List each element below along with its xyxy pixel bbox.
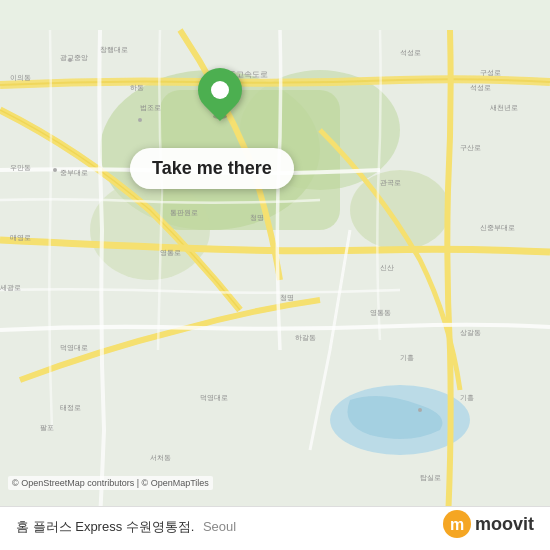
svg-text:태정로: 태정로 [60, 404, 81, 411]
svg-text:구산로: 구산로 [460, 144, 481, 151]
svg-text:신산: 신산 [380, 264, 394, 271]
moovit-logo: m moovit [443, 510, 534, 538]
svg-text:매영로: 매영로 [10, 234, 31, 241]
place-name: 홈 플러스 Express 수원영통점. [16, 519, 194, 534]
svg-text:구성로: 구성로 [480, 69, 501, 76]
svg-text:광교중앙: 광교중앙 [60, 54, 88, 62]
svg-point-43 [418, 408, 422, 412]
svg-text:석성로: 석성로 [470, 84, 491, 92]
svg-text:새천년로: 새천년로 [490, 104, 518, 111]
take-me-there-button[interactable]: Take me there [152, 158, 272, 178]
svg-text:신중부대로: 신중부대로 [480, 224, 515, 231]
svg-text:상갈동: 상갈동 [460, 329, 481, 336]
svg-text:이의동: 이의동 [10, 74, 31, 81]
map-attribution: © OpenStreetMap contributors | © OpenMap… [8, 476, 213, 490]
moovit-icon: m [443, 510, 471, 538]
callout-container[interactable]: Take me there [130, 148, 294, 189]
svg-text:서처동: 서처동 [150, 454, 171, 461]
svg-text:통판원로: 통판원로 [170, 209, 198, 217]
svg-text:창행대로: 창행대로 [100, 46, 128, 53]
map-container: 영동고속도로 중부대로 영통로 청명 하갈동 덕영대로 매영로 통판원로 관곡로… [0, 0, 550, 550]
svg-text:영통동: 영통동 [370, 309, 391, 317]
map-pin [198, 68, 242, 119]
svg-text:청명: 청명 [250, 214, 264, 221]
svg-text:하갈동: 하갈동 [295, 334, 316, 341]
svg-text:청명: 청명 [280, 294, 294, 301]
svg-text:덕영대로: 덕영대로 [60, 344, 88, 352]
callout-bubble[interactable]: Take me there [130, 148, 294, 189]
svg-text:관곡로: 관곡로 [380, 179, 401, 187]
svg-text:석성로: 석성로 [400, 49, 421, 57]
svg-text:법조로: 법조로 [140, 104, 161, 112]
bottom-bar: 홈 플러스 Express 수원영통점. Seoul m moovit [0, 506, 550, 550]
svg-text:세광로: 세광로 [0, 284, 21, 292]
svg-text:m: m [450, 516, 464, 533]
map-background: 영동고속도로 중부대로 영통로 청명 하갈동 덕영대로 매영로 통판원로 관곡로… [0, 0, 550, 550]
svg-text:탑실로: 탑실로 [420, 474, 441, 482]
svg-text:영통로: 영통로 [160, 249, 181, 257]
place-city: Seoul [203, 519, 236, 534]
svg-point-42 [53, 168, 57, 172]
moovit-logo-text: moovit [475, 514, 534, 535]
svg-text:중부대로: 중부대로 [60, 169, 88, 176]
svg-text:하동: 하동 [130, 84, 144, 91]
svg-text:덕영대로: 덕영대로 [200, 394, 228, 402]
svg-text:기흥: 기흥 [400, 354, 414, 362]
svg-point-40 [68, 58, 72, 62]
svg-point-41 [138, 118, 142, 122]
svg-text:기흥: 기흥 [460, 394, 474, 402]
svg-text:우만동: 우만동 [10, 164, 31, 171]
svg-text:팔포: 팔포 [40, 424, 54, 431]
